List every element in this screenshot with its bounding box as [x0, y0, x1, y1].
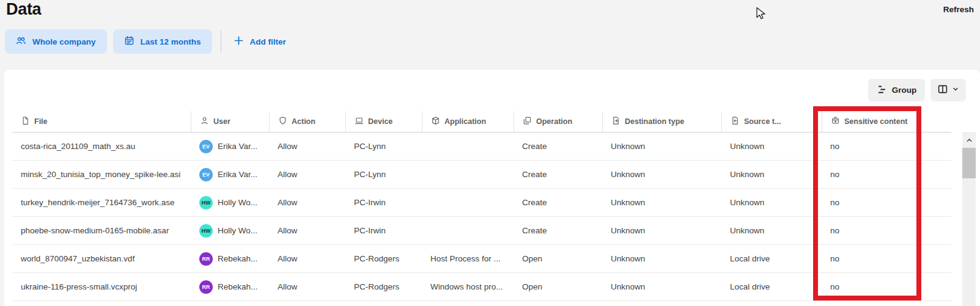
- cell-action: Allow: [269, 273, 345, 301]
- column-header-label: Sensitive content: [844, 117, 908, 126]
- filter-chip-date-range[interactable]: Last 12 months: [113, 29, 212, 54]
- column-header-action[interactable]: Action: [269, 111, 345, 132]
- user-name: Rebekah...: [218, 282, 257, 291]
- cell-destination-type: Unknown: [602, 161, 721, 188]
- calendar-icon: [124, 35, 134, 48]
- columns-button[interactable]: [930, 79, 966, 101]
- laptop-icon: [355, 116, 364, 127]
- column-header-label: Application: [444, 117, 486, 126]
- avatar: HW: [199, 196, 213, 209]
- cell-application: [422, 133, 514, 160]
- user-name: Erika Var...: [218, 142, 257, 151]
- cell-source-type: Unknown: [721, 217, 822, 244]
- cell-application: Host Process for ...: [422, 245, 514, 272]
- doc-import-icon: [731, 116, 740, 127]
- table-row[interactable]: phoebe-snow-medium-0165-mobile.asar HW H…: [12, 217, 951, 245]
- application-box-icon: [431, 116, 440, 127]
- cell-user: RR Rebekah...: [191, 245, 269, 272]
- filterbar-divider: [221, 31, 221, 53]
- filter-chip-scope[interactable]: Whole company: [5, 29, 107, 54]
- cell-device: PC-Irwin: [345, 217, 422, 244]
- cell-source-type: Unknown: [721, 133, 822, 160]
- plus-icon: [234, 35, 244, 48]
- cell-sensitive-content: no: [822, 217, 951, 244]
- cell-sensitive-content: no: [822, 161, 951, 188]
- user-name: Rebekah...: [218, 254, 257, 263]
- cell-source-type: Unknown: [721, 161, 822, 188]
- column-header-operation[interactable]: Operation: [514, 111, 602, 132]
- column-header-label: Device: [368, 117, 392, 126]
- avatar: EV: [199, 168, 213, 181]
- avatar: RR: [199, 252, 213, 266]
- cell-operation: Create: [514, 161, 602, 188]
- table-row[interactable]: costa-rica_201109_math_xs.au EV Erika Va…: [12, 133, 951, 161]
- cell-device: PC-Rodgers: [345, 273, 422, 301]
- table-row[interactable]: ukraine-116-press-small.vcxproj RR Rebek…: [12, 273, 951, 301]
- cell-user: RR Rebekah...: [191, 273, 269, 301]
- filter-chip-scope-label: Whole company: [32, 37, 96, 46]
- cell-sensitive-content: no: [822, 189, 951, 216]
- column-header-sensitive-content[interactable]: Sensitive content: [822, 111, 951, 132]
- scrollbar-thumb[interactable]: [962, 148, 976, 178]
- cell-file: phoebe-snow-medium-0165-mobile.asar: [12, 217, 191, 244]
- scrollbar-up-arrow[interactable]: [962, 132, 976, 148]
- add-filter-label: Add filter: [250, 37, 286, 46]
- cell-operation: Create: [514, 217, 602, 244]
- column-header-device[interactable]: Device: [345, 111, 422, 132]
- cell-application: Windows host pro...: [422, 273, 514, 301]
- copy-pages-icon: [523, 116, 532, 127]
- cell-action: Allow: [269, 161, 345, 188]
- cell-user: HW Holly Wo...: [191, 217, 269, 244]
- cell-file: turkey_hendrik-meijer_7164736_work.ase: [12, 189, 191, 216]
- column-header-destination-type[interactable]: Destination type: [602, 111, 721, 132]
- column-header-label: Action: [292, 117, 315, 126]
- page-title: Data: [6, 0, 41, 19]
- table-body: costa-rica_201109_math_xs.au EV Erika Va…: [12, 133, 951, 301]
- cell-operation: Create: [514, 133, 602, 160]
- user-name: Holly Wo...: [218, 198, 257, 207]
- cell-destination-type: Unknown: [602, 133, 721, 160]
- people-icon: [16, 35, 26, 48]
- cell-device: PC-Irwin: [345, 189, 422, 216]
- user-icon: [200, 116, 209, 127]
- cell-action: Allow: [269, 133, 345, 160]
- avatar: HW: [199, 224, 213, 238]
- cell-file: minsk_20_tunisia_top_money_spike-lee.asi: [12, 161, 191, 188]
- columns-icon: [937, 84, 948, 97]
- cell-user: HW Holly Wo...: [191, 189, 269, 216]
- data-events-screen: Data Refresh Whole company Last 12 month…: [0, 0, 980, 306]
- column-header-user[interactable]: User: [191, 111, 269, 132]
- table-row[interactable]: world_8700947_uzbekistan.vdf RR Rebekah.…: [12, 245, 951, 273]
- cell-application: [422, 189, 514, 216]
- column-header-label: Source t...: [744, 117, 781, 126]
- add-filter-button[interactable]: Add filter: [229, 35, 291, 48]
- column-header-label: Destination type: [625, 117, 684, 126]
- mouse-cursor: [756, 7, 768, 24]
- column-header-source-type[interactable]: Source t...: [721, 111, 822, 132]
- avatar: EV: [199, 140, 213, 153]
- table-header-row: File User Action: [12, 111, 951, 133]
- group-button[interactable]: Group: [868, 79, 925, 101]
- column-header-application[interactable]: Application: [422, 111, 514, 132]
- avatar: RR: [199, 280, 213, 294]
- table-row[interactable]: turkey_hendrik-meijer_7164736_work.ase H…: [12, 189, 951, 217]
- cell-destination-type: Unknown: [602, 189, 721, 216]
- table-row[interactable]: minsk_20_tunisia_top_money_spike-lee.asi…: [12, 161, 951, 189]
- user-name: Holly Wo...: [218, 226, 257, 235]
- refresh-button[interactable]: Refresh: [943, 5, 974, 14]
- cell-operation: Create: [514, 189, 602, 216]
- column-header-file[interactable]: File: [12, 111, 191, 132]
- table-scrollbar[interactable]: [962, 132, 976, 306]
- cell-action: Allow: [269, 217, 345, 244]
- user-name: Erika Var...: [218, 170, 257, 179]
- cell-file: world_8700947_uzbekistan.vdf: [12, 245, 191, 272]
- group-icon: [877, 84, 887, 97]
- cell-sensitive-content: no: [822, 245, 951, 272]
- cell-destination-type: Unknown: [602, 217, 721, 244]
- column-header-label: Operation: [536, 117, 572, 126]
- cell-file: ukraine-116-press-small.vcxproj: [12, 273, 191, 301]
- cell-application: [422, 161, 514, 188]
- cell-sensitive-content: no: [822, 133, 951, 160]
- cell-user: EV Erika Var...: [191, 133, 269, 160]
- cell-destination-type: Unknown: [602, 245, 721, 272]
